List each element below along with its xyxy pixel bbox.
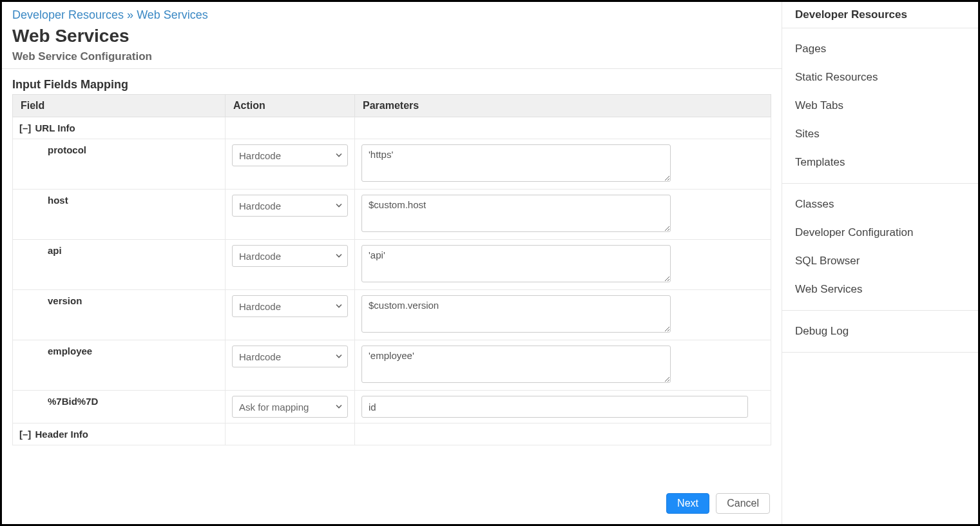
field-label: version: [19, 295, 82, 306]
table-row: versionHardcodeAsk for mapping: [13, 290, 771, 340]
page-subtitle: Web Service Configuration: [2, 50, 782, 68]
col-header-parameters: Parameters: [355, 95, 771, 117]
field-label: api: [19, 245, 62, 256]
sidebar-item[interactable]: Web Services: [782, 275, 978, 304]
sidebar-item[interactable]: Static Resources: [782, 63, 978, 92]
action-select[interactable]: HardcodeAsk for mapping: [232, 245, 348, 267]
col-header-action: Action: [226, 95, 355, 117]
sidebar-item[interactable]: Templates: [782, 148, 978, 177]
sidebar-item[interactable]: SQL Browser: [782, 247, 978, 275]
action-select[interactable]: HardcodeAsk for mapping: [232, 195, 348, 217]
table-row: protocolHardcodeAsk for mapping: [13, 139, 771, 190]
cancel-button[interactable]: Cancel: [716, 493, 770, 514]
field-label: host: [19, 195, 68, 206]
sidebar-item[interactable]: Classes: [782, 190, 978, 219]
parameter-textarea[interactable]: [361, 346, 671, 383]
mapping-table: Field Action Parameters [–] URL Infoprot…: [12, 94, 771, 445]
col-header-field: Field: [13, 95, 226, 117]
action-select[interactable]: HardcodeAsk for mapping: [232, 295, 348, 317]
table-row: %7Bid%7DHardcodeAsk for mapping: [13, 391, 771, 424]
section-title: Input Fields Mapping: [12, 78, 771, 92]
table-row: hostHardcodeAsk for mapping: [13, 190, 771, 240]
field-label: protocol: [19, 144, 86, 155]
action-select[interactable]: HardcodeAsk for mapping: [232, 396, 348, 418]
field-label: employee: [19, 346, 92, 356]
group-label: URL Info: [32, 122, 75, 133]
field-label: %7Bid%7D: [19, 396, 98, 407]
parameter-textarea[interactable]: [361, 295, 671, 333]
breadcrumb: Developer Resources » Web Services: [2, 8, 782, 26]
page-title: Web Services: [2, 26, 782, 50]
sidebar-item[interactable]: Pages: [782, 35, 978, 63]
parameter-textarea[interactable]: [361, 144, 671, 182]
sidebar-item[interactable]: Sites: [782, 120, 978, 148]
collapse-toggle[interactable]: [–]: [19, 429, 31, 440]
sidebar-item[interactable]: Developer Configuration: [782, 219, 978, 247]
sidebar-header: Developer Resources: [782, 2, 978, 28]
breadcrumb-separator: »: [127, 8, 133, 21]
breadcrumb-current[interactable]: Web Services: [137, 8, 208, 21]
next-button[interactable]: Next: [666, 493, 709, 514]
parameter-textarea[interactable]: [361, 195, 671, 232]
group-label: Header Info: [32, 429, 88, 440]
table-row: employeeHardcodeAsk for mapping: [13, 340, 771, 391]
action-select[interactable]: HardcodeAsk for mapping: [232, 144, 348, 166]
action-select[interactable]: HardcodeAsk for mapping: [232, 346, 348, 367]
table-row: apiHardcodeAsk for mapping: [13, 240, 771, 290]
sidebar-item[interactable]: Debug Log: [782, 317, 978, 346]
sidebar: Developer Resources PagesStatic Resource…: [782, 2, 978, 524]
sidebar-item[interactable]: Web Tabs: [782, 92, 978, 120]
collapse-toggle[interactable]: [–]: [19, 122, 31, 133]
parameter-textarea[interactable]: [361, 245, 671, 282]
parameter-input[interactable]: [361, 396, 748, 418]
breadcrumb-parent[interactable]: Developer Resources: [12, 8, 124, 21]
group-row: [–] Header Info: [13, 424, 771, 445]
group-row: [–] URL Info: [13, 117, 771, 139]
